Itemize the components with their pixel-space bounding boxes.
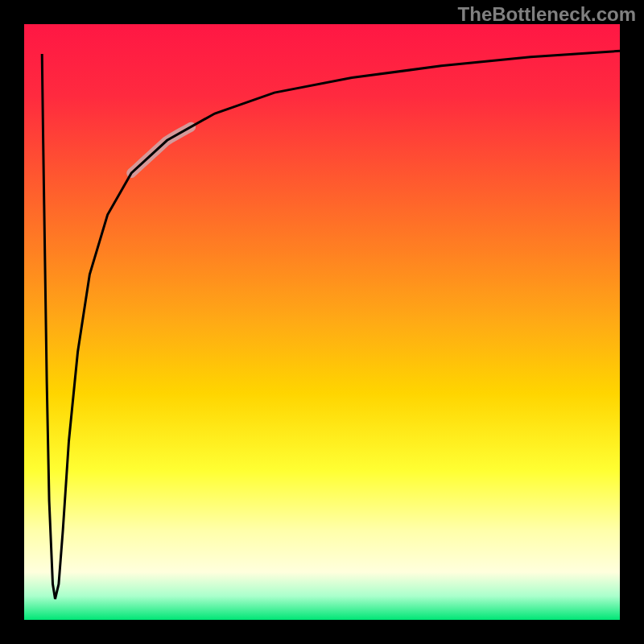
chart-container: TheBottleneck.com <box>0 0 644 644</box>
chart-svg <box>0 0 644 644</box>
watermark-text: TheBottleneck.com <box>458 3 636 26</box>
plot-background <box>24 24 620 620</box>
